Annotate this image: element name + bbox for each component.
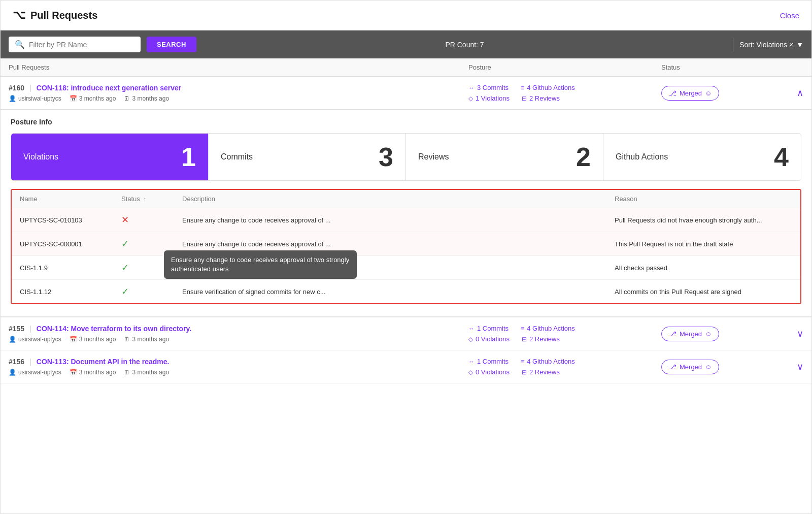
posture-row-2-155: ◇ 0 Violations ⊟ 2 Reviews xyxy=(468,335,661,343)
smiley-icon: ☺ xyxy=(705,89,712,97)
github-actions-link-156[interactable]: ≡ 4 Github Actions xyxy=(521,358,575,365)
toolbar-divider xyxy=(733,38,733,52)
table-header: Pull Requests Posture Status xyxy=(1,58,811,77)
viol-row-2: CIS-1.1.9 ✓ Ensure all checks have passe… xyxy=(12,256,800,280)
posture-info-160: ↔ 3 Commits ≡ 4 Github Actions ◇ 1 Viola… xyxy=(468,84,661,102)
calendar-icon-156: 📅 xyxy=(70,369,77,376)
pr-meta-155: 👤 usirsiwal-uptycs 📅 3 months ago 🗓 3 mo… xyxy=(9,336,468,343)
viol-reason-2: All checks passed xyxy=(615,264,792,272)
pull-request-icon: ⌥ xyxy=(13,9,25,22)
github-actions-card-label: Github Actions xyxy=(616,152,668,162)
reviews-link-155[interactable]: ⊟ 2 Reviews xyxy=(522,335,560,343)
posture-card-reviews[interactable]: Reviews 2 xyxy=(406,134,603,180)
viol-name-0: UPTYCS-SC-010103 xyxy=(20,216,121,224)
reviews-card-number: 2 xyxy=(576,144,591,170)
github-actions-icon-156: ≡ xyxy=(521,358,524,365)
reviews-link-160[interactable]: ⊟ 2 Reviews xyxy=(522,94,560,102)
pr-title-155[interactable]: CON-114: Move terraform to its own direc… xyxy=(37,325,191,333)
pr-row-main-155: #155 | CON-114: Move terraform to its ow… xyxy=(1,317,811,350)
pr-updated-155: 🗓 3 months ago xyxy=(124,336,169,343)
search-button[interactable]: SEARCH xyxy=(147,37,196,52)
viol-header-reason: Reason xyxy=(615,195,792,203)
commits-icon: ↔ xyxy=(468,84,475,91)
pr-created-155: 📅 3 months ago xyxy=(70,336,116,343)
search-input[interactable] xyxy=(29,41,134,49)
pr-count-label: PR Count: 7 xyxy=(202,41,727,49)
posture-row-2-160: ◇ 1 Violations ⊟ 2 Reviews xyxy=(468,94,661,102)
pr-updated-160: 🗓 3 months ago xyxy=(124,95,169,102)
commits-link-156[interactable]: ↔ 1 Commits xyxy=(468,358,509,365)
github-actions-card-number: 4 xyxy=(774,144,789,170)
viol-reason-3: All commits on this Pull Request are sig… xyxy=(615,288,792,296)
chevron-down-icon-155[interactable]: ∨ xyxy=(797,328,803,339)
sort-label: Sort: Violations × xyxy=(739,41,793,49)
posture-row-2-156: ◇ 0 Violations ⊟ 2 Reviews xyxy=(468,368,661,376)
reviews-card-label: Reviews xyxy=(418,152,449,162)
pr-row-156: #156 | CON-113: Document API in the read… xyxy=(1,350,811,383)
commits-icon-156: ↔ xyxy=(468,358,475,365)
pr-number-155: #155 xyxy=(9,325,24,333)
viol-row-1: UPTYCS-SC-000001 ✓ Ensure any change to … xyxy=(12,232,800,256)
close-button[interactable]: Close xyxy=(780,11,799,20)
violations-icon-155: ◇ xyxy=(468,336,473,343)
header-title-group: ⌥ Pull Requests xyxy=(13,9,97,22)
chevron-down-icon: ▼ xyxy=(796,41,803,49)
posture-info-156: ↔ 1 Commits ≡ 4 Github Actions ◇ 0 Viola… xyxy=(468,358,661,376)
github-actions-link-160[interactable]: ≡ 4 Github Actions xyxy=(521,84,575,91)
commits-card-number: 3 xyxy=(379,144,393,170)
pr-meta-156: 👤 usirsiwal-uptycs 📅 3 months ago 🗓 3 mo… xyxy=(9,369,468,376)
page-title: Pull Requests xyxy=(30,10,97,21)
violations-icon-156: ◇ xyxy=(468,369,473,376)
posture-row-1-155: ↔ 1 Commits ≡ 4 Github Actions xyxy=(468,325,661,332)
clock-icon-155: 🗓 xyxy=(124,336,130,343)
merged-badge-160: ⎇ Merged ☺ xyxy=(661,86,719,101)
posture-card-violations[interactable]: Violations 1 xyxy=(11,134,209,180)
viol-row-3: CIS-1.1.12 ✓ Ensure verification of sign… xyxy=(12,280,800,303)
user-icon-155: 👤 xyxy=(9,336,16,343)
commits-icon-155: ↔ xyxy=(468,325,475,332)
status-cell-155: ⎇ Merged ☺ ∨ xyxy=(661,327,803,341)
chevron-up-icon-160[interactable]: ∧ xyxy=(797,87,803,99)
violations-table: Name Status ↑ Description Reason UPTYCS-… xyxy=(11,189,801,304)
tooltip-viol-1: Ensure any change to code receives appro… xyxy=(164,250,357,279)
clock-icon: 🗓 xyxy=(124,95,130,102)
posture-card-github-actions[interactable]: Github Actions 4 xyxy=(603,134,801,180)
col-header-pr: Pull Requests xyxy=(9,63,468,71)
pr-meta-160: 👤 usirsiwal-uptycs 📅 3 months ago 🗓 3 mo… xyxy=(9,95,468,102)
pr-info-160: #160 | CON-118: introduce next generatio… xyxy=(9,84,468,102)
status-cell-156: ⎇ Merged ☺ ∨ xyxy=(661,360,803,374)
chevron-down-icon-156[interactable]: ∨ xyxy=(797,361,803,372)
search-icon: 🔍 xyxy=(15,40,25,49)
pr-row-160: #160 | CON-118: introduce next generatio… xyxy=(1,77,811,317)
pr-number-160: #160 xyxy=(9,84,24,92)
viol-reason-1: This Pull Request is not in the draft st… xyxy=(615,240,792,248)
posture-row-1-160: ↔ 3 Commits ≡ 4 Github Actions xyxy=(468,84,661,91)
app-header: ⌥ Pull Requests Close xyxy=(1,1,811,30)
viol-header-name: Name xyxy=(20,195,121,203)
posture-row-1-156: ↔ 1 Commits ≡ 4 Github Actions xyxy=(468,358,661,365)
posture-expanded-title: Posture Info xyxy=(11,118,801,126)
sort-control[interactable]: Sort: Violations × ▼ xyxy=(739,41,803,49)
commits-link-160[interactable]: ↔ 3 Commits xyxy=(468,84,509,91)
posture-info-155: ↔ 1 Commits ≡ 4 Github Actions ◇ 0 Viola… xyxy=(468,325,661,343)
pr-row-main-160: #160 | CON-118: introduce next generatio… xyxy=(1,77,811,110)
pr-title-156[interactable]: CON-113: Document API in the readme. xyxy=(37,358,170,366)
toolbar: 🔍 SEARCH PR Count: 7 Sort: Violations × … xyxy=(1,30,811,58)
merge-icon-155: ⎇ xyxy=(669,330,676,338)
violations-link-160[interactable]: ◇ 1 Violations xyxy=(468,94,510,102)
violations-table-header: Name Status ↑ Description Reason xyxy=(12,190,800,208)
reviews-link-156[interactable]: ⊟ 2 Reviews xyxy=(522,368,560,376)
pr-title-line-160: #160 | CON-118: introduce next generatio… xyxy=(9,84,468,92)
pr-number-156: #156 xyxy=(9,358,24,366)
violations-link-156[interactable]: ◇ 0 Violations xyxy=(468,368,510,376)
github-actions-link-155[interactable]: ≡ 4 Github Actions xyxy=(521,325,575,332)
pr-title-160[interactable]: CON-118: introduce next generation serve… xyxy=(37,84,182,92)
posture-card-commits[interactable]: Commits 3 xyxy=(209,134,406,180)
violations-link-155[interactable]: ◇ 0 Violations xyxy=(468,335,510,343)
commits-link-155[interactable]: ↔ 1 Commits xyxy=(468,325,509,332)
pr-title-line-156: #156 | CON-113: Document API in the read… xyxy=(9,358,468,366)
pr-user-156: 👤 usirsiwal-uptycs xyxy=(9,369,61,376)
viol-desc-0: Ensure any change to code receives appro… xyxy=(182,216,615,224)
pr-user-155: 👤 usirsiwal-uptycs xyxy=(9,336,61,343)
github-actions-icon-155: ≡ xyxy=(521,325,524,332)
